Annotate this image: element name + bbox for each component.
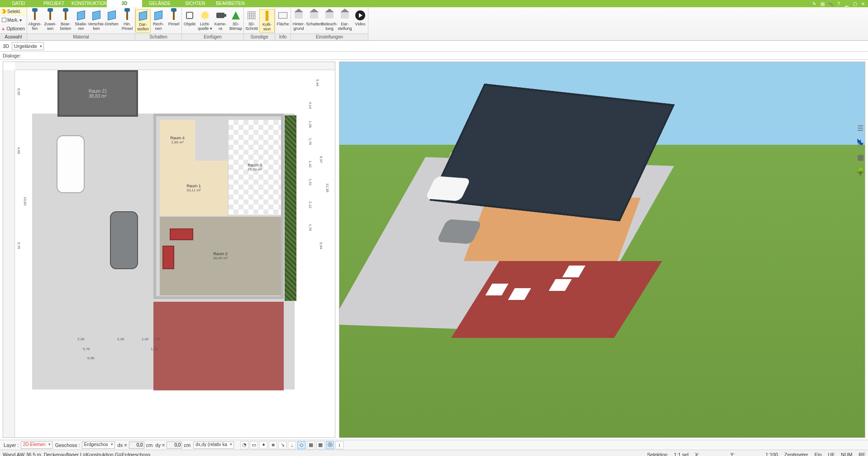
tab-3d[interactable]: 3D [107, 0, 142, 7]
ribbon-btn-kollision[interactable]: Kolli- sion [259, 9, 275, 33]
car-suv[interactable] [110, 211, 138, 269]
dialog-label: Dialoge: [3, 53, 21, 58]
ribbon-btn-hintergrund[interactable]: Hinter- grund [291, 9, 306, 32]
select-button[interactable]: Selekt. [0, 7, 27, 16]
pane-3d[interactable] [339, 62, 865, 438]
ribbon-btn-drehen[interactable]: Drehen [104, 9, 119, 27]
ribbon-btn-hinpinsel[interactable]: Hin. Pinsel [119, 9, 135, 32]
chair-icon[interactable]: 💺 [855, 138, 865, 147]
snap-grid1-icon[interactable]: ▦ [307, 441, 315, 449]
tab-bearbeiten[interactable]: BEARBEITEN [213, 0, 248, 7]
screen-icon[interactable]: ▭ [250, 441, 258, 449]
ribbon-btn-beleuchtung[interactable]: Beleuch- tung [322, 9, 337, 32]
ribbon-btn-schatten2[interactable]: Schatten [306, 9, 322, 27]
view-mode-label: 3D [3, 43, 9, 49]
palette-icon[interactable]: ▦ [855, 152, 865, 162]
view-bar: 3D Urgelände [0, 41, 868, 52]
room4-name: Raum 4 [170, 136, 185, 140]
ribbon-btn-pinsel[interactable]: Pinsel [166, 9, 181, 27]
ribbon-btn-darstellung[interactable]: Dar- stellung [337, 9, 353, 32]
room-1[interactable]: Raum 120,11 m² [160, 161, 228, 216]
options-button[interactable]: +Optionen [0, 25, 27, 33]
ribbon-btn-licht[interactable]: Licht- quelle ▾ [197, 9, 213, 32]
snap-node-icon[interactable]: ✦ [259, 441, 267, 449]
sofa-1[interactable] [170, 228, 193, 240]
canvas-2d[interactable]: 6,00 4,69 10,81 5,76 Raum 21 38,83 m² Ra… [15, 70, 335, 437]
snap-end-icon[interactable]: ↘ [278, 441, 286, 449]
mark-button[interactable]: Mark. ▾ [0, 16, 27, 24]
tab-datei[interactable]: DATEI [1, 0, 36, 7]
ribbon-btn-kamera[interactable]: Kame- ra [213, 9, 228, 32]
snap-grid2-icon[interactable]: ▩ [316, 441, 324, 449]
mark-label: Mark. [7, 18, 19, 23]
kamera-icon [215, 10, 226, 21]
clock-icon[interactable]: ◔ [240, 441, 248, 449]
layer-combo[interactable]: 2D-Elemen [21, 442, 52, 449]
ribbon-btn-skalieren[interactable]: Skalie- ren [73, 9, 89, 32]
ribbon-btn-rechnen[interactable]: Rech- nen [151, 9, 166, 32]
status-num: NUM [841, 452, 852, 456]
room-4[interactable]: Raum 42,88 m² [160, 120, 195, 161]
pane-2d[interactable]: 6,00 4,69 10,81 5,76 Raum 21 38,83 m² Ra… [3, 62, 335, 438]
ribbon-btn-schnitt[interactable]: 3D- Schnitt [244, 9, 259, 32]
flaeche-label: Fläche [277, 22, 289, 26]
terrace[interactable] [153, 302, 284, 390]
pinsel-icon [168, 10, 179, 21]
ribbon-btn-zuweisen[interactable]: Zuwei- sen [43, 9, 58, 32]
dx-unit: cm [146, 442, 153, 448]
pen-icon[interactable]: ✎ [811, 0, 817, 7]
room-3[interactable]: Raum 325,90 m² [229, 120, 281, 215]
snap-mid-icon[interactable]: ⋇ [269, 441, 277, 449]
beleuchtung-label: Beleuch- tung [321, 22, 338, 31]
darstellung-label: Dar- stellung [338, 22, 352, 31]
maximize-icon[interactable]: ▢ [852, 0, 858, 7]
room1-area: 20,11 m² [186, 188, 201, 193]
room2-area: 36,45 m² [213, 256, 228, 261]
ruler-icon[interactable]: ▤ [819, 0, 825, 7]
options-label: Optionen [6, 26, 25, 31]
close-icon[interactable]: ✕ [860, 0, 866, 7]
ribbon-btn-darstellen[interactable]: Dar- stellen [135, 9, 151, 33]
view-selector[interactable]: Urgelände [12, 42, 44, 50]
schatten2-icon [309, 10, 320, 21]
car-white[interactable] [57, 135, 85, 193]
ribbon-group-label: Schatten [135, 33, 181, 40]
sofa-2[interactable] [162, 246, 174, 269]
beleuchtung-icon [324, 10, 335, 21]
ribbon-btn-abgreifen[interactable]: Abgrei- fen [27, 9, 43, 32]
abgreifen-label: Abgrei- fen [28, 22, 41, 31]
dy-input[interactable] [167, 442, 182, 449]
ribbon-btn-verschieben[interactable]: Verschie- ben [89, 9, 104, 32]
snap-line-icon[interactable]: ◇ [297, 441, 305, 449]
dim-left-a: 6,00 [17, 88, 21, 95]
dim-bottom-g: 6,00 [87, 356, 95, 360]
help-icon[interactable]: ? [835, 0, 842, 7]
snap-perp-icon[interactable]: ⟂ [288, 441, 296, 449]
status-message: Wand AW 36,5 m. Deckenauflager L=Konstru… [3, 452, 150, 456]
tab-gelaende[interactable]: GELÄNDE [142, 0, 177, 7]
ribbon-btn-flaeche[interactable]: Fläche [275, 9, 291, 27]
minimize-icon[interactable]: ▁ [844, 0, 850, 7]
tab-konstruktion[interactable]: KONSTRUKTION [72, 0, 107, 7]
dx-input[interactable] [129, 442, 144, 449]
ribbon-btn-bearbeiten[interactable]: Bear- beiten [58, 9, 73, 32]
tab-projekt[interactable]: PROJEKT [36, 0, 72, 7]
menu-bar: DATEI PROJEKT KONSTRUKTION 3D GELÄNDE SI… [0, 0, 868, 7]
room1-name: Raum 1 [186, 184, 201, 188]
video-label: Video [355, 22, 366, 26]
status-unit: Zentimeter [784, 452, 808, 456]
hammer-icon[interactable]: 🔨 [827, 0, 834, 7]
tab-sichten[interactable]: SICHTEN [177, 0, 213, 7]
geschoss-combo[interactable]: Erdgeschos [82, 442, 115, 449]
compass-icon[interactable]: Ⓝ [326, 441, 334, 449]
room-21[interactable]: Raum 21 38,83 m² [57, 70, 138, 117]
layers-icon[interactable]: ☰ [855, 123, 865, 133]
ribbon-btn-bitmap[interactable]: 3D- Bitmap [228, 9, 243, 32]
tree-icon[interactable]: 🌳 [855, 166, 865, 176]
relative-mode-combo[interactable]: dx,dy (relativ ka [193, 442, 234, 449]
ribbon-btn-video[interactable]: Video [353, 9, 368, 27]
room21-area: 38,83 m² [89, 94, 106, 99]
ribbon-btn-objekt[interactable]: Objekt [182, 9, 197, 27]
info-icon[interactable]: i [335, 441, 343, 449]
drehen-label: Drehen [105, 22, 119, 26]
